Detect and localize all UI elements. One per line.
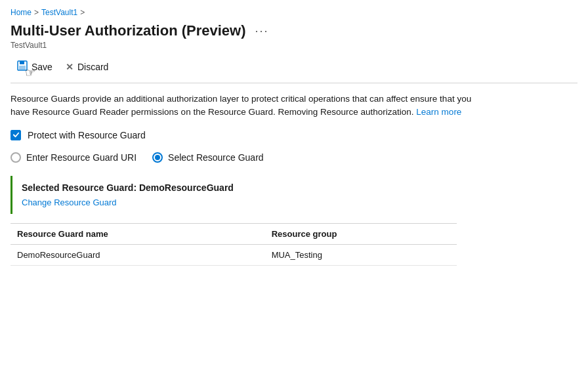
breadcrumb-vault[interactable]: TestVault1 <box>41 8 77 17</box>
more-options-button[interactable]: ··· <box>253 24 272 38</box>
table-row: DemoResourceGuardMUA_Testing <box>10 244 457 265</box>
breadcrumb-sep2: > <box>80 8 85 17</box>
cell-guard-name: DemoResourceGuard <box>10 244 265 265</box>
page-subtitle: TestVault1 <box>10 41 578 50</box>
radio-select-guard[interactable]: Select Resource Guard <box>152 152 264 163</box>
learn-more-link[interactable]: Learn more <box>416 107 461 117</box>
selected-guard-name: DemoResourceGuard <box>139 182 234 193</box>
toolbar: ☞ Save ✕ Discard <box>10 56 578 83</box>
description-text: Resource Guards provide an additional au… <box>10 93 483 119</box>
col-resource-group: Resource group <box>265 223 457 244</box>
breadcrumb: Home > TestVault1 > <box>10 8 578 17</box>
col-resource-guard-name: Resource Guard name <box>10 223 265 244</box>
table-header-row: Resource Guard name Resource group <box>10 223 457 244</box>
save-label: Save <box>32 62 52 72</box>
description-body: Resource Guards provide an additional au… <box>10 94 471 117</box>
svg-rect-1 <box>20 61 24 64</box>
breadcrumb-home[interactable]: Home <box>10 8 32 17</box>
discard-icon: ✕ <box>66 62 74 72</box>
radio-select-guard-label: Select Resource Guard <box>168 152 264 163</box>
radio-group: Enter Resource Guard URI Select Resource… <box>10 152 578 163</box>
selected-guard-title: Selected Resource Guard: DemoResourceGua… <box>22 182 316 193</box>
cell-resource-group: MUA_Testing <box>265 244 457 265</box>
discard-label: Discard <box>77 62 108 72</box>
breadcrumb-sep1: > <box>34 8 39 17</box>
change-resource-guard-link[interactable]: Change Resource Guard <box>22 198 117 207</box>
protect-checkbox-label: Protect with Resource Guard <box>28 130 146 140</box>
page-title-row: Multi-User Authorization (Preview) ··· <box>10 22 578 39</box>
save-button[interactable]: ☞ Save <box>10 56 59 77</box>
save-icon <box>17 60 28 73</box>
selected-guard-label: Selected Resource Guard: <box>22 182 136 193</box>
radio-enter-uri-circle[interactable] <box>10 152 21 163</box>
selected-guard-box: Selected Resource Guard: DemoResourceGua… <box>10 176 326 214</box>
discard-button[interactable]: ✕ Discard <box>59 58 115 76</box>
page-title: Multi-User Authorization (Preview) <box>10 22 246 39</box>
protect-checkbox[interactable] <box>10 130 21 140</box>
radio-enter-uri-label: Enter Resource Guard URI <box>26 152 136 163</box>
svg-rect-2 <box>19 66 26 70</box>
resource-guard-table: Resource Guard name Resource group DemoR… <box>10 223 457 266</box>
radio-select-guard-circle[interactable] <box>152 152 163 163</box>
protect-checkbox-row[interactable]: Protect with Resource Guard <box>10 130 578 140</box>
radio-enter-uri[interactable]: Enter Resource Guard URI <box>10 152 136 163</box>
